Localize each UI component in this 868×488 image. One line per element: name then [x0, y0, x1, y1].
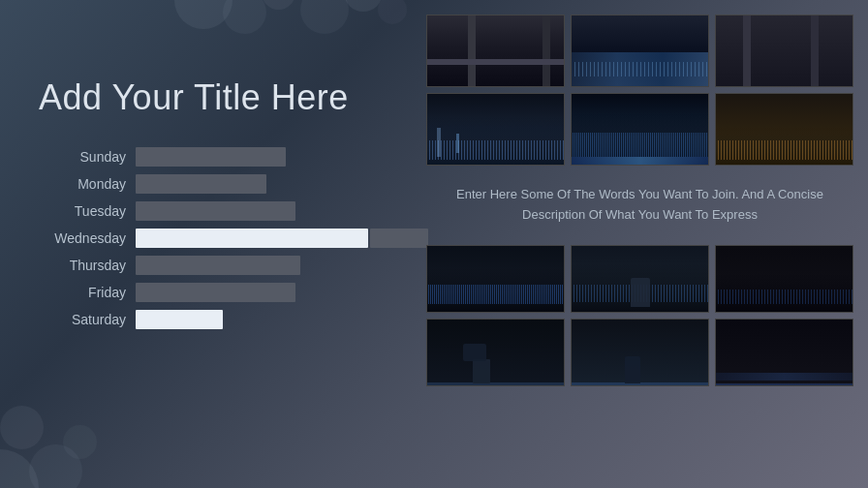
bottom-photo-grid: [426, 245, 853, 386]
bar-track-monday: [136, 174, 397, 194]
bar-tuesday: [136, 201, 295, 221]
chart-row-saturday: Saturday: [39, 310, 397, 329]
bar-track-wednesday: [136, 229, 428, 248]
chart-row-wednesday: Wednesday: [39, 229, 397, 248]
bar-monday: [136, 174, 266, 194]
photo-bot-1: [426, 245, 565, 313]
bar-track-saturday: [136, 310, 397, 329]
chart-label-saturday: Saturday: [39, 312, 126, 327]
bar-wednesday: [136, 229, 368, 248]
bar-track-friday: [136, 283, 397, 302]
photo-top-2: [571, 15, 709, 87]
bar-thursday: [136, 256, 300, 275]
chart-label-friday: Friday: [39, 285, 126, 300]
bar-track-tuesday: [136, 201, 397, 221]
chart-label-tuesday: Tuesday: [39, 203, 126, 219]
photo-bot-6: [715, 319, 853, 386]
photo-bot-2: [571, 245, 709, 313]
chart-label-wednesday: Wednesday: [39, 230, 126, 246]
photo-top-1: [426, 15, 565, 87]
bar-sunday: [136, 147, 286, 167]
description-text: Enter Here Some Of The Words You Want To…: [455, 185, 824, 226]
photo-top-3: [715, 15, 853, 87]
chart-row-thursday: Thursday: [39, 256, 397, 275]
main-title: Add Your Title Here: [39, 77, 397, 118]
description-area: Enter Here Some Of The Words You Want To…: [426, 175, 853, 235]
photo-bot-4: [426, 319, 565, 386]
chart-label-thursday: Thursday: [39, 258, 126, 273]
chart-row-tuesday: Tuesday: [39, 201, 397, 221]
photo-top-6: [715, 93, 853, 166]
chart-row-friday: Friday: [39, 283, 397, 302]
bar-saturday: [136, 310, 223, 329]
bar-friday: [136, 283, 295, 302]
chart-label-sunday: Sunday: [39, 149, 126, 165]
photo-bot-3: [715, 245, 853, 313]
bar-track-thursday: [136, 256, 397, 275]
bar-track-sunday: [136, 147, 397, 167]
bar-chart: Sunday Monday Tuesday Wednesday: [39, 147, 397, 329]
photo-bot-5: [571, 319, 709, 386]
right-panel: Enter Here Some Of The Words You Want To…: [417, 0, 868, 488]
left-panel: Add Your Title Here Sunday Monday Tuesda…: [0, 0, 417, 488]
photo-top-4: [426, 93, 565, 166]
chart-label-monday: Monday: [39, 176, 126, 192]
top-photo-grid: [426, 15, 853, 166]
chart-row-monday: Monday: [39, 174, 397, 194]
chart-row-sunday: Sunday: [39, 147, 397, 167]
photo-top-5: [571, 93, 709, 166]
